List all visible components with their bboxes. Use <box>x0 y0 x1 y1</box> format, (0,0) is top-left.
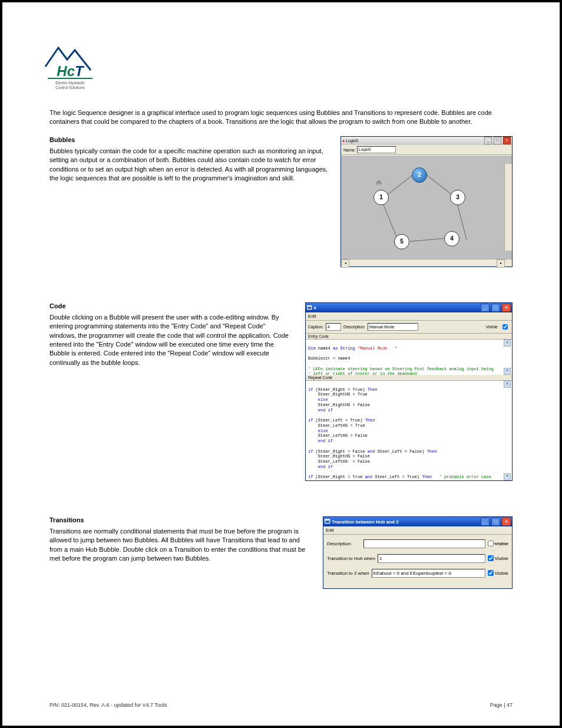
maximize-button[interactable]: □ <box>494 137 501 144</box>
scroll-right-button[interactable]: ▸ <box>497 259 505 268</box>
entry-code-editor[interactable]: Dim name4 as String "Manual Mode " Bubbl… <box>306 340 512 375</box>
minimize-button[interactable]: _ <box>481 304 490 312</box>
page-footer: P/N: 021-00154, Rev. A.6 - updated for V… <box>49 702 513 708</box>
footer-left: P/N: 021-00154, Rev. A.6 - updated for V… <box>49 702 167 708</box>
bubbles-body: Bubbles typically contain the code for a… <box>49 147 329 183</box>
caption-input[interactable] <box>326 323 341 331</box>
description-input[interactable] <box>363 539 485 548</box>
transition-titlebar: 🗔 Transition between Hub and 2 _ □ × <box>323 517 512 526</box>
code-heading: Code <box>49 302 293 309</box>
menu-bar[interactable]: Edit <box>323 526 512 535</box>
bubble-4[interactable]: 4 <box>444 231 459 246</box>
edge-label: (5) <box>376 180 382 185</box>
visible-checkbox[interactable] <box>488 555 494 561</box>
maximize-button[interactable]: □ <box>491 518 500 526</box>
caption-label: Caption: <box>308 325 323 329</box>
scroll-up-button[interactable]: ▴ <box>504 381 511 388</box>
editor-title: 4 <box>313 305 316 311</box>
minimize-button[interactable]: _ <box>484 137 492 144</box>
close-button[interactable]: × <box>502 518 511 526</box>
transition-editor-window: 🗔 Transition between Hub and 2 _ □ × Edi… <box>323 516 513 589</box>
transitions-heading: Transitions <box>49 516 311 523</box>
close-button[interactable]: × <box>502 304 511 312</box>
description-label: Description: <box>343 325 365 329</box>
window-title: ● Logic0 <box>342 139 358 143</box>
transition-hub-label: Transition to Hub when <box>327 556 375 561</box>
logic-designer-window: ● Logic0 _ □ × Name: <box>340 136 513 267</box>
minimize-button[interactable]: _ <box>481 518 490 526</box>
code-body: Double clicking on a Bubble will present… <box>49 313 293 367</box>
visible-checkbox[interactable] <box>488 570 494 576</box>
intro-paragraph: The logic Sequence designer is a graphic… <box>49 108 513 127</box>
transition-hub-input[interactable] <box>378 554 485 563</box>
name-input[interactable] <box>357 146 396 153</box>
maximize-button[interactable]: □ <box>491 304 500 312</box>
visible-label: Visible <box>495 541 508 546</box>
visible-checkbox[interactable] <box>503 324 508 330</box>
svg-text:Control Solutions: Control Solutions <box>55 85 85 90</box>
bubble-5[interactable]: 5 <box>394 234 409 249</box>
repeat-code-editor[interactable]: if (Steer_Right = True) Then Steer_Right… <box>306 381 512 480</box>
transition-2-input[interactable] <box>372 569 485 578</box>
entry-code-label: Entry Code <box>306 334 512 340</box>
transition-title: Transition between Hub and 2 <box>332 519 398 525</box>
visible-label: Visible <box>495 556 508 561</box>
repeat-code-label: Repeat Code <box>306 375 512 381</box>
vertical-scrollbar[interactable] <box>504 164 512 251</box>
bubble-3[interactable]: 3 <box>450 190 465 205</box>
horizontal-scrollbar[interactable]: ◂ ▸ <box>341 259 512 266</box>
diagram-canvas[interactable]: (5) 1 2 3 4 5 <box>341 155 512 259</box>
visible-label: Visible <box>495 571 508 576</box>
visible-label: Visible <box>486 325 498 329</box>
svg-text:Electro-Hydraulic: Electro-Hydraulic <box>55 81 85 85</box>
scroll-down-button[interactable]: ▾ <box>504 473 511 480</box>
scroll-down-button[interactable]: ▾ <box>504 368 511 375</box>
bubble-2[interactable]: 2 <box>412 167 427 183</box>
scroll-up-button[interactable]: ▴ <box>504 340 511 347</box>
close-button[interactable]: × <box>503 137 511 144</box>
menu-bar[interactable]: Edit <box>306 312 512 321</box>
name-label: Name: <box>343 147 356 151</box>
window-titlebar: ● Logic0 _ □ × <box>341 137 512 145</box>
editor-form: Caption: Description: Visible <box>306 321 512 334</box>
description-input[interactable] <box>368 323 418 331</box>
svg-text:HcT: HcT <box>57 63 85 79</box>
editor-titlebar: 🗔 4 _ □ × <box>306 303 512 312</box>
footer-right: Page | 47 <box>490 702 513 708</box>
bubble-1[interactable]: 1 <box>373 190 389 205</box>
description-label: Description: <box>327 541 361 546</box>
logo: HcT Electro-Hydraulic Control Solutions <box>41 41 100 91</box>
transitions-body: Transitions are normally conditional sta… <box>49 527 311 564</box>
scroll-left-button[interactable]: ◂ <box>341 259 349 268</box>
transition-2-label: Transition to 2 when <box>327 571 369 576</box>
bubble-editor-window: 🗔 4 _ □ × Edit Caption: Description: Vis… <box>305 302 513 481</box>
bubbles-heading: Bubbles <box>49 136 329 143</box>
diagram-toolbar: Name: <box>341 145 512 155</box>
visible-checkbox[interactable] <box>488 541 494 546</box>
